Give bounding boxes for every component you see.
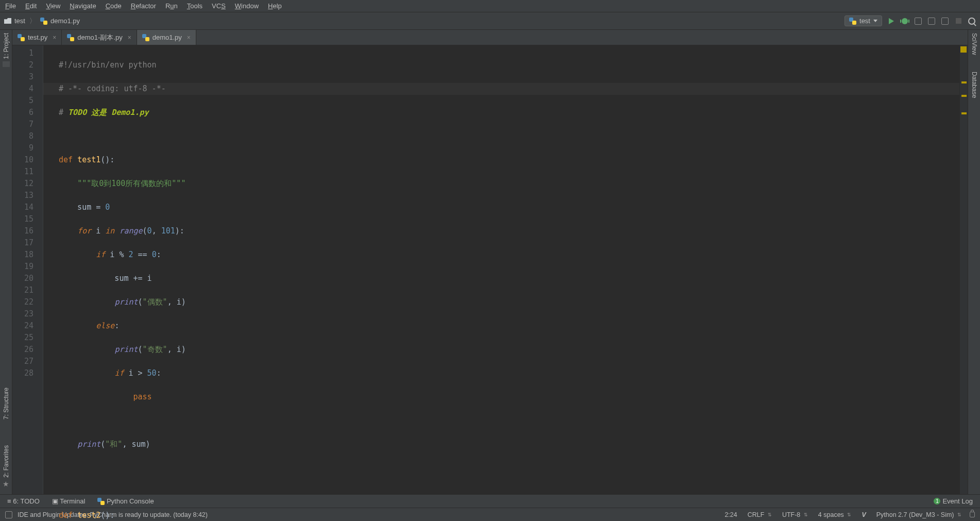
python-file-icon: [40, 18, 47, 25]
close-icon[interactable]: ×: [128, 34, 131, 41]
menu-edit[interactable]: Edit: [25, 2, 37, 10]
line-number: 20: [12, 273, 33, 284]
menu-view[interactable]: View: [46, 2, 60, 10]
warning-indicator[interactable]: [960, 46, 967, 53]
menu-vcs[interactable]: VCS: [212, 2, 226, 10]
menu-help[interactable]: Help: [268, 2, 282, 10]
left-toolwindow-stripe: 1: Project 7: Structure 2: Favorites ★: [0, 30, 12, 494]
run-button[interactable]: [887, 17, 895, 25]
line-number: 27: [12, 356, 33, 367]
database-label: Database: [971, 72, 978, 98]
run-config-label: test: [859, 17, 870, 25]
line-number: 18: [12, 249, 33, 261]
play-icon: [889, 18, 894, 24]
toolbar: test: [844, 15, 976, 26]
line-number: 28: [12, 367, 33, 379]
toolwindow-database[interactable]: Database: [971, 72, 978, 99]
main-area: 1: Project 7: Structure 2: Favorites ★ t…: [0, 30, 980, 494]
update-icon[interactable]: [5, 511, 12, 518]
close-icon[interactable]: ×: [53, 34, 56, 41]
run-with-coverage-button[interactable]: [914, 17, 922, 25]
docstring: """取0到100所有偶数的和""": [77, 179, 185, 188]
line-number: 10: [12, 154, 33, 166]
code-line: # -*- coding: utf-8 -*-: [59, 84, 166, 93]
line-number: 6: [12, 107, 33, 119]
stop-icon: [956, 18, 961, 24]
menu-window[interactable]: Window: [235, 2, 259, 10]
run-configuration-selector[interactable]: test: [844, 15, 882, 26]
python-file-icon: [97, 498, 105, 505]
todo-label: 6: TODO: [13, 497, 40, 505]
lock-icon[interactable]: [970, 512, 975, 517]
line-number: 25: [12, 332, 33, 344]
right-toolwindow-stripe: SciView Database: [968, 30, 980, 494]
tab-demo1-copy-py[interactable]: demo1-副本.py ×: [62, 30, 137, 45]
menu-bar: File Edit View Navigate Code Refactor Ru…: [0, 0, 980, 12]
profile-icon: [928, 18, 935, 25]
line-number: 26: [12, 344, 33, 356]
navigation-bar: test 〉 demo1.py test: [0, 12, 980, 30]
search-everywhere-button[interactable]: [968, 17, 976, 25]
toolwindow-todo[interactable]: ≡ 6: TODO: [7, 497, 40, 505]
line-number: 15: [12, 213, 33, 225]
line-number: 1: [12, 47, 33, 59]
menu-file[interactable]: File: [5, 2, 16, 10]
line-number: 8: [12, 130, 33, 142]
code-content[interactable]: #!/usr/bin/env python # -*- coding: utf-…: [43, 45, 959, 494]
bug-icon: [902, 18, 908, 24]
debug-button[interactable]: [901, 17, 909, 25]
line-number: 12: [12, 178, 33, 190]
python-file-icon: [849, 18, 856, 25]
string: "和": [105, 440, 122, 449]
tab-test-py[interactable]: test.py ×: [12, 30, 62, 45]
warning-marker[interactable]: [961, 95, 967, 97]
menu-navigate[interactable]: Navigate: [70, 2, 96, 10]
star-icon: ★: [3, 480, 9, 488]
line-number: 5: [12, 95, 33, 107]
project-label: 1: Project: [3, 33, 10, 59]
toolwindow-project[interactable]: 1: Project: [3, 33, 10, 67]
error-stripe[interactable]: [959, 45, 968, 494]
line-number: 14: [12, 201, 33, 213]
line-number: 2: [12, 59, 33, 71]
warning-marker[interactable]: [961, 112, 967, 114]
gutter: 1 2 3 4 5 6 7 8 9 10 11 12 13 14 15 16 1…: [12, 45, 43, 494]
warning-marker[interactable]: [961, 81, 967, 83]
string: "奇数": [143, 345, 167, 354]
code-editor[interactable]: 1 2 3 4 5 6 7 8 9 10 11 12 13 14 15 16 1…: [12, 45, 968, 494]
toolwindow-favorites[interactable]: 2: Favorites ★: [3, 445, 10, 488]
menu-tools[interactable]: Tools: [187, 2, 202, 10]
editor: test.py × demo1-副本.py × demo1.py × 1 2 3…: [12, 30, 968, 494]
sciview-label: SciView: [971, 33, 978, 55]
menu-refactor[interactable]: Refactor: [131, 2, 156, 10]
python-file-icon: [142, 34, 149, 41]
tab-demo1-py[interactable]: demo1.py ×: [137, 30, 196, 45]
menu-code[interactable]: Code: [106, 2, 122, 10]
chevron-down-icon: [873, 20, 877, 22]
tab-label: demo1-副本.py: [77, 33, 122, 42]
code-line: #!/usr/bin/env python: [59, 60, 157, 70]
line-number: 7: [12, 119, 33, 130]
chevron-right-icon: 〉: [29, 16, 36, 26]
menu-run[interactable]: Run: [165, 2, 178, 10]
line-number: 17: [12, 237, 33, 249]
breadcrumb-folder[interactable]: test: [14, 17, 25, 25]
breadcrumb-file[interactable]: demo1.py: [50, 17, 80, 25]
string: "偶数": [143, 297, 167, 307]
close-icon[interactable]: ×: [187, 34, 191, 41]
python-file-icon: [67, 34, 74, 41]
line-number: 11: [12, 166, 33, 178]
structure-label: 7: Structure: [3, 388, 10, 419]
line-number: 23: [12, 308, 33, 320]
line-number: 13: [12, 190, 33, 201]
toolwindow-sciview[interactable]: SciView: [971, 33, 978, 56]
concurrency-button[interactable]: [941, 17, 949, 25]
line-number: 4: [12, 83, 33, 95]
tab-label: test.py: [28, 33, 47, 41]
project-icon: [3, 61, 10, 67]
line-number: 16: [12, 225, 33, 237]
toolwindow-structure[interactable]: 7: Structure: [3, 388, 10, 419]
line-number: 19: [12, 261, 33, 273]
stop-button[interactable]: [954, 17, 962, 25]
profile-button[interactable]: [927, 17, 936, 25]
